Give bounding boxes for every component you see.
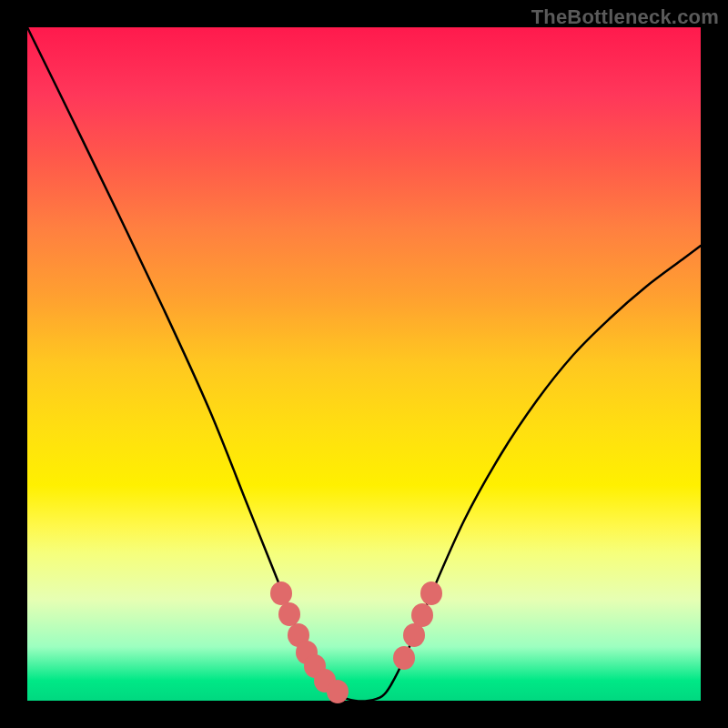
curve-marker <box>420 581 442 605</box>
curve-marker <box>270 581 292 605</box>
bottleneck-curve <box>27 27 701 702</box>
curve-marker <box>411 603 433 627</box>
curve-svg <box>27 27 701 701</box>
curve-markers <box>270 581 442 703</box>
curve-marker <box>393 646 415 670</box>
curve-marker <box>327 680 349 703</box>
plot-area <box>27 27 701 701</box>
curve-marker <box>278 602 300 626</box>
chart-frame: TheBottleneck.com <box>0 0 728 728</box>
watermark-text: TheBottleneck.com <box>531 5 719 29</box>
